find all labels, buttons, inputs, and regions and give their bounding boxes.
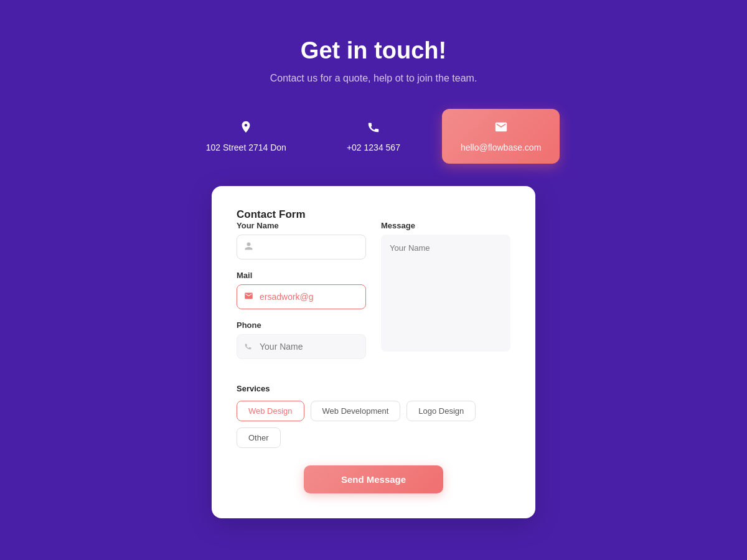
- service-web-development[interactable]: Web Development: [311, 401, 401, 421]
- location-icon: [239, 120, 253, 138]
- contact-phone-card[interactable]: +02 1234 567: [324, 109, 423, 164]
- name-input[interactable]: [237, 235, 366, 259]
- send-message-button[interactable]: Send Message: [304, 465, 443, 493]
- contact-email-card[interactable]: hello@flowbase.com: [442, 109, 560, 164]
- form-title: Contact Form: [237, 208, 306, 220]
- page-subtitle: Contact us for a quote, help ot to join …: [270, 73, 477, 84]
- mail-input[interactable]: [237, 284, 366, 309]
- name-input-wrapper: [237, 235, 366, 259]
- form-right: Message: [381, 221, 510, 370]
- form-left: Your Name Mail: [237, 221, 366, 370]
- name-label: Your Name: [237, 221, 366, 230]
- mail-label: Mail: [237, 271, 366, 280]
- services-label: Services: [237, 384, 510, 393]
- phone-input-wrapper: [237, 334, 366, 359]
- phone-label: Phone: [237, 320, 366, 330]
- contact-address-card[interactable]: 102 Street 2714 Don: [187, 109, 305, 164]
- phone-label: +02 1234 567: [347, 142, 400, 152]
- name-field-group: Your Name: [237, 221, 366, 259]
- services-section: Services Web Design Web Development Logo…: [237, 384, 510, 448]
- phone-field-group: Phone: [237, 320, 366, 359]
- service-web-design[interactable]: Web Design: [237, 401, 304, 421]
- message-field-group: Message: [381, 221, 510, 370]
- mail-field-group: Mail: [237, 271, 366, 309]
- phone-input[interactable]: [237, 334, 366, 359]
- form-layout: Your Name Mail: [237, 221, 510, 370]
- phone-icon: [367, 120, 380, 138]
- message-textarea[interactable]: [381, 235, 510, 352]
- message-label: Message: [381, 221, 510, 230]
- contact-form-card: Contact Form Your Name Mail: [212, 186, 535, 518]
- address-label: 102 Street 2714 Don: [206, 142, 286, 152]
- services-buttons: Web Design Web Development Logo Design O…: [237, 401, 510, 448]
- email-icon: [494, 120, 508, 138]
- send-btn-wrapper: Send Message: [237, 465, 510, 493]
- service-other[interactable]: Other: [237, 427, 281, 448]
- contact-info-row: 102 Street 2714 Don +02 1234 567 hello@f…: [187, 109, 560, 164]
- email-label: hello@flowbase.com: [461, 142, 541, 152]
- service-logo-design[interactable]: Logo Design: [406, 401, 476, 421]
- mail-input-wrapper: [237, 284, 366, 309]
- page-title: Get in touch!: [301, 37, 446, 64]
